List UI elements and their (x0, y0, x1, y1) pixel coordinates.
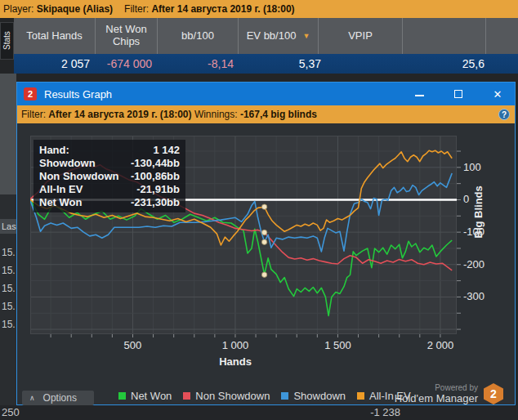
allin-ev-swatch-icon (357, 392, 364, 400)
tooltip-value: -231,30bb (131, 196, 180, 209)
net-won-swatch-icon (118, 392, 126, 400)
chart-legend: Net Won Non Showdown Showdown All-In EV (118, 390, 411, 402)
x-tick-label: 1 500 (318, 339, 357, 351)
stat-header-bb100[interactable]: bb/100 (158, 18, 239, 54)
tooltip-label: All-In EV (39, 183, 83, 196)
maximize-button[interactable] (450, 83, 467, 105)
legend-item-non-showdown[interactable]: Non Showdown (183, 390, 270, 402)
options-button[interactable]: ∧ Options (22, 391, 94, 405)
maximize-icon (454, 90, 462, 98)
stat-header-empty (403, 18, 486, 54)
chevron-up-icon: ∧ (29, 394, 35, 402)
stats-values-row: 2 057 -674 000 -8,14 5,37 25,6 (14, 54, 518, 74)
background-table-header: Las (0, 219, 16, 234)
tooltip-label: Showdown (39, 157, 96, 170)
stat-value-ev-bb100: 5,37 (239, 54, 327, 74)
stat-header-ev-bb100[interactable]: EV bb/100 ▼ (239, 18, 319, 54)
summary-total-value: -1 238 469 (355, 406, 400, 420)
stat-header-net-won-chips[interactable]: Net Won Chips (96, 18, 158, 54)
minimize-icon (415, 95, 424, 96)
player-value: Skipaque (Alias) (37, 3, 113, 15)
player-label: Player: (3, 3, 33, 15)
winnings-value: -167,4 big blinds (240, 109, 317, 120)
hm2-hexagon-logo-icon: 2 (484, 383, 503, 404)
app-root: Player: Skipaque (Alias) Filter: After 1… (0, 0, 518, 420)
table-row[interactable]: 15. (0, 245, 16, 260)
tooltip-value: -130,44bb (131, 157, 180, 170)
stat-value-empty (490, 54, 518, 74)
help-icon[interactable]: ? (498, 109, 510, 120)
dropdown-arrow-icon[interactable]: ▼ (302, 32, 310, 40)
summary-strip: 250 -1 238 469 (0, 405, 518, 420)
table-row[interactable]: 15. (0, 299, 16, 314)
results-graph-window: 2 Results Graph ✕ Filter: After 14 авгус… (16, 82, 516, 405)
filter-label: Filter: (124, 3, 149, 15)
y-tick-label: 100 (463, 161, 499, 173)
filter-value: After 14 августа 2019 г. (18:00) (151, 3, 294, 15)
minimize-button[interactable] (411, 83, 427, 105)
table-row[interactable]: 15. (0, 281, 16, 296)
chart-tooltip: Hand:1 142 Showdown-130,44bb Non Showdow… (33, 140, 185, 212)
stats-side-tab[interactable]: Stats (0, 22, 14, 60)
window-title: Results Graph (44, 88, 112, 101)
table-row[interactable]: 15. (0, 263, 16, 278)
legend-item-showdown[interactable]: Showdown (281, 390, 346, 402)
x-tick-label: 1 000 (216, 339, 255, 351)
window-titlebar[interactable]: 2 Results Graph ✕ (17, 83, 515, 105)
table-row[interactable]: 15. (0, 317, 16, 332)
stat-header-vpip[interactable]: VPIP (319, 18, 403, 54)
y-axis-title: Big Blinds (472, 226, 485, 239)
background-panel (0, 74, 16, 194)
y-tick-label: -200 (463, 258, 499, 270)
winnings-label: Winnings: (194, 109, 238, 120)
tooltip-label: Non Showdown (39, 170, 118, 183)
stat-value-vpip: 25,6 (327, 54, 490, 74)
non-showdown-swatch-icon (183, 392, 190, 400)
x-tick-label: 500 (113, 339, 152, 351)
legend-item-net-won[interactable]: Net Won (118, 390, 172, 402)
tooltip-value: -100,86bb (131, 170, 180, 183)
hm2-shield-icon: 2 (24, 87, 37, 101)
x-axis-title: Hands (203, 355, 268, 368)
close-button[interactable]: ✕ (489, 83, 506, 105)
holdem-manager-branding: Powered by Hold'em Manager 2 (395, 383, 503, 404)
brand-name: Hold'em Manager (395, 392, 478, 404)
tooltip-value: 1 142 (153, 144, 180, 157)
player-filter-bar: Player: Skipaque (Alias) Filter: After 1… (0, 0, 518, 18)
stats-header-row: Total Hands Net Won Chips bb/100 EV bb/1… (14, 18, 518, 54)
stat-header-empty2 (486, 18, 518, 54)
tooltip-label: Hand: (39, 144, 69, 157)
x-tick-label: 2 000 (421, 339, 460, 351)
powered-by-label: Powered by (395, 383, 478, 392)
tooltip-value: -21,91bb (136, 183, 180, 196)
options-label: Options (43, 392, 77, 404)
graph-filter-value: After 14 августа 2019 г. (18:00) (48, 109, 191, 120)
showdown-swatch-icon (281, 392, 288, 400)
graph-filter-label: Filter: (21, 109, 46, 120)
stat-value-bb100: -8,14 (158, 54, 239, 74)
stat-header-total-hands[interactable]: Total Hands (14, 18, 96, 54)
tooltip-label: Net Won (39, 196, 82, 209)
stat-value-net-won-chips: -674 000 (96, 54, 158, 74)
y-tick-label: -300 (463, 290, 499, 302)
stat-value-total-hands: 2 057 (14, 54, 96, 74)
graph-filter-bar: Filter: After 14 августа 2019 г. (18:00)… (17, 105, 515, 123)
summary-left-value: 250 (2, 406, 20, 418)
